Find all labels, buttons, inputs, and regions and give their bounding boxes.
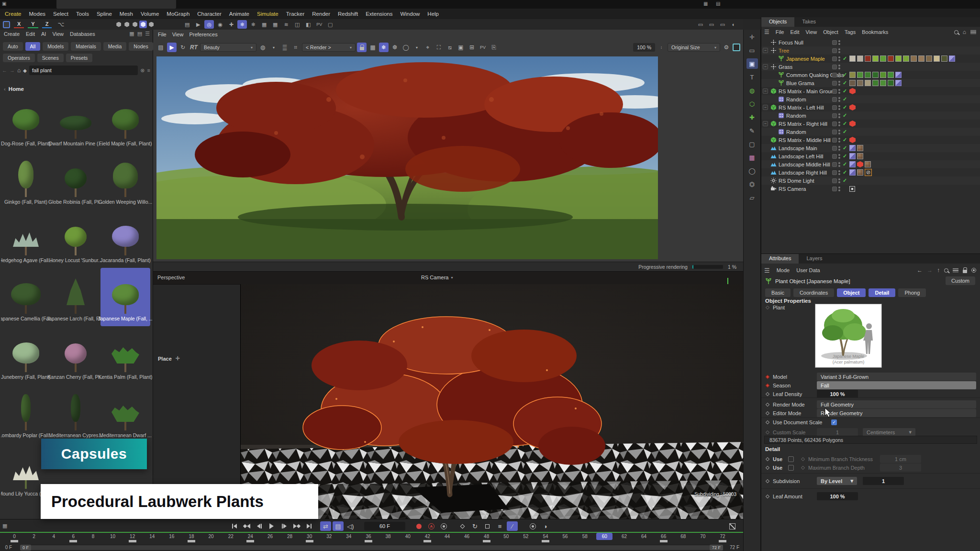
phong-tag-icon[interactable] <box>895 80 902 86</box>
asset-tile-mediterranean-dwarf[interactable]: Mediterranean Dwarf ... <box>100 385 150 443</box>
focus-icon[interactable]: ⌖ <box>423 43 433 52</box>
menu-render[interactable]: Render <box>312 11 330 17</box>
lock-icon[interactable] <box>963 270 967 273</box>
pv-icon[interactable]: PV <box>478 43 488 52</box>
assets-menu-ai[interactable]: AI <box>41 31 46 37</box>
nul-object-icon[interactable] <box>770 39 777 46</box>
visibility-dots[interactable] <box>838 154 840 159</box>
phong-tag-icon[interactable] <box>849 145 856 151</box>
filter-operators[interactable]: Operators <box>3 54 35 62</box>
visibility-dots[interactable] <box>838 56 840 61</box>
asset-tile-kanzan-cherry-fall-pl[interactable]: Kanzan Cherry (Fall, Pl... <box>51 326 100 385</box>
selection-frame-icon[interactable]: ▭ <box>746 45 758 55</box>
custom-button[interactable]: Custom <box>946 276 975 285</box>
model-dropdown[interactable]: Variant 3 Full-Grown <box>817 373 976 381</box>
search-input[interactable]: fall plant <box>29 66 138 75</box>
live-selection-icon[interactable] <box>3 21 10 28</box>
snapshot-icon[interactable]: ❄ <box>379 43 389 52</box>
texture-tag[interactable] <box>857 55 863 62</box>
assets-menu-databases[interactable]: Databases <box>70 31 95 37</box>
objects-menu-object[interactable]: Object <box>823 29 838 35</box>
dither-icon[interactable]: ▒ <box>280 43 290 52</box>
texture-tag[interactable] <box>888 72 894 78</box>
object-name[interactable]: RS Matrix - Left Hill <box>779 105 824 110</box>
assets-menu-view[interactable]: View <box>52 31 64 37</box>
texture-tag[interactable] <box>865 80 871 86</box>
clear-search-icon[interactable]: ⊗ <box>140 67 145 74</box>
enabled-check-icon[interactable]: ✓ <box>842 96 848 102</box>
split-view-icon[interactable]: ◫ <box>292 20 302 29</box>
object-name[interactable]: RS Matrix - Middle Hill <box>779 137 831 143</box>
search-icon[interactable] <box>944 268 948 273</box>
tab-takes[interactable]: Takes <box>794 17 824 27</box>
object-row-rs-matrix-right-hill[interactable]: −RS Matrix - Right Hill✓ <box>761 120 980 128</box>
object-name[interactable]: Landscape Main <box>779 145 817 151</box>
object-name[interactable]: Grass <box>779 64 792 70</box>
matrix-object-icon[interactable] <box>770 88 777 95</box>
expand-toggle-icon[interactable]: − <box>763 48 768 53</box>
expand-toggle-icon[interactable]: − <box>763 64 768 69</box>
asset-tile-hedgehog-agave-fall[interactable]: Hedgehog Agave (Fall... <box>1 209 51 268</box>
object-row-rs-camera[interactable]: RS Camera <box>761 185 980 193</box>
asset-tile-jacaranda-fall-plant[interactable]: Jacaranda (Fall, Plant) <box>100 209 150 268</box>
filter-all[interactable]: All <box>25 42 41 51</box>
object-row-rs-dome-light[interactable]: RS Dome Light✓ <box>761 176 980 185</box>
deformer-icon[interactable]: ✚ <box>746 112 758 122</box>
menu-modes[interactable]: Modes <box>29 11 46 17</box>
place-title[interactable]: Place <box>158 356 172 362</box>
camera-caret-icon[interactable]: ▾ <box>451 276 453 280</box>
layer-chip[interactable] <box>832 65 837 69</box>
object-name[interactable]: RS Camera <box>779 186 806 192</box>
material-tag-icon[interactable] <box>865 161 871 167</box>
object-row-random[interactable]: Random✓ <box>761 111 980 120</box>
object-name[interactable]: Landscape Left Hill <box>779 154 824 159</box>
redshift-tag-icon[interactable] <box>849 88 856 94</box>
matrix-object-icon[interactable] <box>770 104 777 111</box>
frame-icon[interactable] <box>733 44 740 51</box>
layer-chip[interactable] <box>832 162 837 167</box>
layer-chip[interactable] <box>832 146 837 151</box>
lock-icon[interactable] <box>357 43 367 52</box>
visibility-dots[interactable] <box>838 121 840 126</box>
texture-tag[interactable] <box>903 55 909 62</box>
texture-tag[interactable] <box>888 80 894 86</box>
visibility-dots[interactable] <box>838 105 840 110</box>
key-position-button[interactable] <box>457 521 468 531</box>
menu-character[interactable]: Character <box>197 11 222 17</box>
layer-chip[interactable] <box>832 121 837 126</box>
object-name[interactable]: Focus Null <box>779 40 803 45</box>
plant-object-icon[interactable] <box>778 80 784 87</box>
disabled-tag-icon[interactable]: ⊘ <box>865 169 872 176</box>
filter-presets[interactable]: Presets <box>66 54 93 62</box>
texture-tag[interactable] <box>865 72 871 78</box>
freeze-global-icon[interactable]: ❄ <box>248 20 258 29</box>
menu-redshift[interactable]: Redshift <box>338 11 358 17</box>
object-name[interactable]: Tree <box>779 48 789 54</box>
key-rotation-button[interactable]: ↻ <box>469 521 480 531</box>
object-row-rs-matrix-middle-hill[interactable]: RS Matrix - Middle Hill✓ <box>761 136 980 144</box>
layout-monitor-icon-1[interactable]: ▭ <box>696 20 705 29</box>
current-frame-marker[interactable]: 60 <box>596 533 612 540</box>
asset-tile-dog-rose-fall-plant[interactable]: Dog-Rose (Fall, Plant) <box>1 93 51 151</box>
layer-chip[interactable] <box>832 97 837 102</box>
layer-chip[interactable] <box>832 170 837 175</box>
asset-tile-kentia-palm-fall-plant[interactable]: Kentia Palm (Fall, Plant) <box>100 326 150 385</box>
objects-menu-tags[interactable]: Tags <box>845 29 856 35</box>
visibility-dots[interactable] <box>838 138 840 143</box>
object-row-grass[interactable]: −Grass <box>761 63 980 71</box>
region-icon[interactable]: ⛶ <box>434 43 444 52</box>
menu-select[interactable]: Select <box>53 11 68 17</box>
attr-tab-basic[interactable]: Basic <box>765 288 791 297</box>
object-row-rs-matrix-main-ground[interactable]: −RS Matrix - Main Ground✓ <box>761 87 980 95</box>
light-object-icon[interactable] <box>770 177 777 184</box>
enabled-check-icon[interactable]: ✓ <box>842 129 848 135</box>
menu-animate[interactable]: Animate <box>229 11 249 17</box>
layout-icon[interactable]: ▦ <box>703 1 708 6</box>
menu-mesh[interactable]: Mesh <box>120 11 133 17</box>
object-row-tree[interactable]: −Tree <box>761 46 980 55</box>
use-max-branch-checkbox[interactable]: ✓ <box>788 465 794 471</box>
redshift-tag-icon[interactable] <box>849 121 856 127</box>
camera-tool-icon[interactable]: ⏣ <box>746 179 758 189</box>
object-row-random[interactable]: Random✓ <box>761 95 980 103</box>
object-name[interactable]: RS Matrix - Main Ground <box>779 88 837 94</box>
